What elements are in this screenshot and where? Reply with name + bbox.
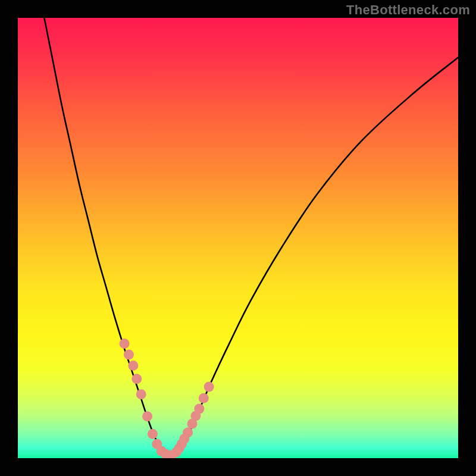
marker-dot: [136, 389, 146, 399]
marker-dot: [204, 382, 214, 392]
marker-dot: [131, 374, 142, 384]
marker-dot: [183, 428, 193, 438]
marker-dot: [199, 393, 209, 403]
marker-dot: [142, 411, 152, 421]
marker-dot: [120, 339, 130, 349]
marker-dot: [124, 350, 134, 360]
chart-stage: TheBottleneck.com: [0, 0, 476, 476]
watermark-text: TheBottleneck.com: [346, 2, 470, 18]
marker-dot: [148, 429, 158, 439]
plot-area: [18, 18, 458, 458]
marker-group: [120, 339, 214, 458]
marker-dot: [128, 361, 138, 371]
curve-layer: [18, 18, 458, 458]
bottleneck-curve: [44, 18, 458, 456]
marker-dot: [194, 404, 204, 414]
